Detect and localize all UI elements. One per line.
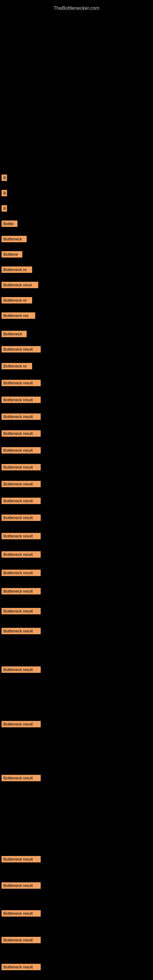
bottleneck-result-label: Bottleneck resul [2,282,38,288]
bottleneck-result-label: Bottleneck result [2,856,41,862]
bottleneck-result-label: B [2,205,7,212]
bottleneck-result-label: Bottleneck result [2,514,41,521]
bottleneck-result-label: Bottleneck result [2,667,41,673]
bottleneck-result-label: Bottleneck result [2,533,41,539]
bottleneck-result-label: Bottleneck result [2,481,41,487]
bottleneck-result-label: Bottleneck [2,236,27,242]
bottleneck-result-label: Bottleneck result [2,464,41,470]
bottleneck-result-label: Bottleneck result [2,964,41,970]
bottleneck-result-label: Bottleneck result [2,628,41,634]
bottleneck-result-label: Bottleneck result [2,882,41,889]
bottleneck-result-label: Bottleneck result [2,414,41,420]
bottleneck-result-label: Bottlene [2,251,22,258]
site-title: TheBottlenecker.com [0,2,153,14]
bottleneck-result-label: Bottleneck result [2,396,41,403]
bottleneck-result-label: Bottleneck res [2,312,35,319]
bottleneck-result-label: B [2,190,7,196]
bottleneck-result-label: Bottleneck re [2,297,32,304]
bottleneck-result-label: Bottleneck result [2,346,41,353]
bottleneck-result-label: Bottleneck re [2,266,32,273]
bottleneck-result-label: Bottleneck result [2,498,41,504]
bottleneck-result-label: Bottleneck result [2,447,41,453]
bottleneck-result-label: B [2,175,7,181]
bottleneck-result-label: Bottleneck result [2,721,41,727]
bottleneck-result-label: Bottleneck result [2,775,41,781]
bottleneck-result-label: Bottleneck result [2,588,41,595]
bottleneck-result-label: Bottleneck result [2,570,41,576]
bottleneck-result-label: Bottleneck result [2,430,41,437]
bottleneck-result-label: Bottleneck [2,331,27,337]
bottleneck-result-label: Bottleneck result [2,937,41,943]
bottleneck-result-label: Bottleneck result [2,910,41,916]
bottleneck-result-label: Bottleneck result [2,608,41,614]
bottleneck-result-label: Bottle [2,221,18,227]
bottleneck-result-label: Bottleneck result [2,551,41,558]
bottleneck-result-label: Bottleneck result [2,380,41,386]
bottleneck-result-label: Bottleneck re [2,363,32,369]
